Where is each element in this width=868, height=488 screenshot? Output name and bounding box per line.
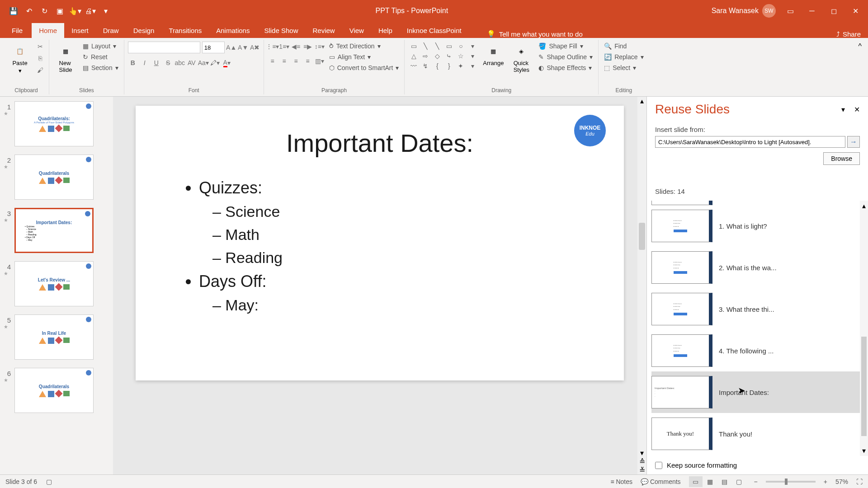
comments-button[interactable]: 💬 Comments (641, 478, 681, 485)
tab-review[interactable]: Review (305, 23, 342, 38)
columns-icon[interactable]: ▥▾ (315, 56, 325, 66)
reuse-slide-item[interactable]: ▪ ▪ ▪ ▪ ▪ ▪▪ ▪ ▪ ▪ ▪▪ ▪ ▪ ▪1. What is li… (651, 205, 860, 247)
tab-animations[interactable]: Animations (209, 23, 257, 38)
scroll-thumb[interactable] (639, 223, 645, 250)
shape-diamond-icon[interactable]: ◇ (432, 52, 443, 61)
slide-canvas-area[interactable]: INKNOE Edu Important Dates: Quizzes:Scie… (113, 97, 646, 474)
tab-insert[interactable]: Insert (64, 23, 96, 38)
clear-format-icon[interactable]: A✖ (250, 42, 260, 52)
shape-expand-icon[interactable]: ▾ (467, 61, 478, 70)
font-name-input[interactable] (128, 42, 200, 53)
zoom-handle[interactable] (785, 479, 788, 485)
change-case-icon[interactable]: Aa▾ (198, 58, 208, 68)
reuse-slide-item[interactable]: ▪ ▪ ▪ ▪ ▪ ▪▪ ▪ ▪ ▪ ▪▪ ▪ ▪ ▪2. What is th… (651, 247, 860, 288)
shape-more1-icon[interactable]: ▾ (467, 42, 478, 51)
reuse-slide-item[interactable]: ▪ ▪ ▪ ▪ ▪ ▪▪ ▪ ▪ ▪ ▪▪ ▪ ▪ ▪4. The follow… (651, 330, 860, 371)
redo-icon[interactable]: ↻ (38, 5, 51, 17)
fit-to-window-icon[interactable]: ⛶ (856, 478, 863, 485)
notes-button[interactable]: ≡ Notes (610, 478, 632, 485)
cut-icon[interactable]: ✂ (35, 42, 45, 52)
format-painter-icon[interactable]: 🖌 (35, 65, 45, 75)
reset-button[interactable]: ↻Reset (81, 52, 120, 61)
slide-position-label[interactable]: Slide 3 of 6 (5, 478, 37, 485)
shape-effects-button[interactable]: ◐Shape Effects ▾ (537, 63, 594, 72)
thumbnail-slide-2[interactable]: 2★Quadrilaterals (4, 155, 109, 200)
prev-slide-icon[interactable]: ≙ (639, 457, 645, 466)
close-icon[interactable]: ✕ (846, 5, 864, 17)
shape-outline-button[interactable]: ✎Shape Outline ▾ (537, 52, 594, 61)
char-spacing-icon[interactable]: AV (187, 58, 197, 68)
bullets-icon[interactable]: ⋮≡▾ (268, 42, 278, 52)
shape-line-icon[interactable]: ╲ (420, 42, 431, 51)
slide-content[interactable]: Quizzes:ScienceMathReadingDays Off:May: (176, 176, 583, 317)
tab-help[interactable]: Help (371, 23, 400, 38)
select-button[interactable]: ⬚Select ▾ (602, 63, 645, 72)
slide-title[interactable]: Important Dates: (176, 128, 583, 158)
zoom-out-icon[interactable]: − (754, 478, 758, 485)
reuse-slide-item[interactable]: Thank you!Thank you! (651, 413, 860, 455)
shape-rect-icon[interactable]: ▭ (443, 42, 454, 51)
scroll-thumb[interactable] (861, 337, 867, 436)
reuse-slide-item[interactable]: Important Dates:···Important Dates: (651, 371, 860, 413)
shape-star2-icon[interactable]: ✦ (455, 61, 466, 70)
tab-classpoint[interactable]: Inknoe ClassPoint (400, 23, 469, 38)
scroll-up-icon[interactable]: ▴ (640, 97, 644, 105)
shape-connector-icon[interactable]: ⤷ (443, 52, 454, 61)
align-left-icon[interactable]: ≡ (268, 56, 278, 66)
shape-more2-icon[interactable]: ▾ (467, 52, 478, 61)
canvas-scrollbar[interactable]: ▴ ▾ ≙ ≚ (637, 97, 646, 474)
maximize-icon[interactable]: ◻ (825, 5, 843, 17)
shape-line2-icon[interactable]: ╲ (432, 42, 443, 51)
touch-mode-icon[interactable]: 👆▾ (69, 5, 81, 17)
reading-view-icon[interactable]: ▤ (718, 476, 731, 487)
decrease-indent-icon[interactable]: ◀≡ (291, 42, 301, 52)
panel-close-icon[interactable]: ✕ (854, 105, 860, 114)
reuse-slide-item[interactable]: ▪ ▪ ▪ ▪ ▪ ▪▪ ▪ ▪ ▪ ▪▪ ▪ ▪ ▪3. What three… (651, 288, 860, 330)
scroll-down-icon[interactable]: ▾ (862, 446, 866, 455)
zoom-level-label[interactable]: 57% (835, 478, 848, 485)
scroll-down-icon[interactable]: ▾ (640, 449, 644, 457)
tab-draw[interactable]: Draw (96, 23, 126, 38)
tab-view[interactable]: View (342, 23, 371, 38)
keep-formatting-checkbox[interactable] (655, 462, 662, 469)
scroll-up-icon[interactable]: ▴ (862, 202, 866, 210)
tab-file[interactable]: File (5, 23, 30, 38)
thumbnail-slide-3[interactable]: 3★Important Dates:• Quizzes – Science – … (4, 208, 109, 253)
shrink-font-icon[interactable]: A▼ (238, 42, 248, 52)
justify-icon[interactable]: ≡ (303, 56, 313, 66)
shape-brace2-icon[interactable]: } (443, 61, 454, 70)
thumbnail-slide-4[interactable]: 4★Let's Review ... (4, 261, 109, 306)
user-account[interactable]: Sara Wanasek SW (712, 4, 776, 18)
new-slide-button[interactable]: ▦ New Slide (53, 42, 78, 75)
shape-textbox-icon[interactable]: ▭ (408, 42, 419, 51)
text-direction-button[interactable]: ⥁Text Direction ▾ (327, 42, 401, 51)
start-from-beginning-icon[interactable]: ▣ (53, 5, 66, 17)
shape-triangle-icon[interactable]: △ (408, 52, 419, 61)
shadow-icon[interactable]: abc (175, 58, 185, 68)
zoom-slider[interactable] (766, 481, 816, 483)
align-text-button[interactable]: ▭Align Text ▾ (327, 52, 401, 61)
qat-more-icon[interactable]: ▾ (99, 5, 112, 17)
next-slide-icon[interactable]: ≚ (639, 466, 645, 474)
undo-icon[interactable]: ↶ (23, 5, 35, 17)
thumbnail-slide-6[interactable]: 6★Quadrilaterals (4, 368, 109, 413)
font-size-input[interactable] (202, 42, 225, 53)
tab-home[interactable]: Home (32, 23, 64, 38)
normal-view-icon[interactable]: ▭ (689, 476, 703, 487)
line-spacing-icon[interactable]: ↕≡▾ (315, 42, 325, 52)
paste-button[interactable]: 📋 Paste ▾ (7, 42, 33, 76)
slideshow-view-icon[interactable]: ▢ (732, 476, 746, 487)
tell-me-search[interactable]: 💡 Tell me what you want to do (487, 30, 583, 38)
find-button[interactable]: 🔍Find (602, 42, 645, 51)
collapse-ribbon-icon[interactable]: ^ (855, 40, 864, 94)
italic-icon[interactable]: I (140, 58, 150, 68)
go-button[interactable]: → (847, 136, 860, 148)
zoom-in-icon[interactable]: + (824, 478, 827, 485)
copy-icon[interactable]: ⎘ (35, 53, 45, 63)
thumbnail-slide-1[interactable]: 1★Quadrilaterals:A Parade of Four-Sided … (4, 101, 109, 146)
slide-editor[interactable]: INKNOE Edu Important Dates: Quizzes:Scie… (136, 106, 624, 380)
layout-button[interactable]: ▦Layout ▾ (81, 42, 120, 51)
shape-star-icon[interactable]: ☆ (455, 52, 466, 61)
share-button[interactable]: ⤴ Share (836, 30, 861, 38)
sorter-view-icon[interactable]: ▦ (703, 476, 717, 487)
